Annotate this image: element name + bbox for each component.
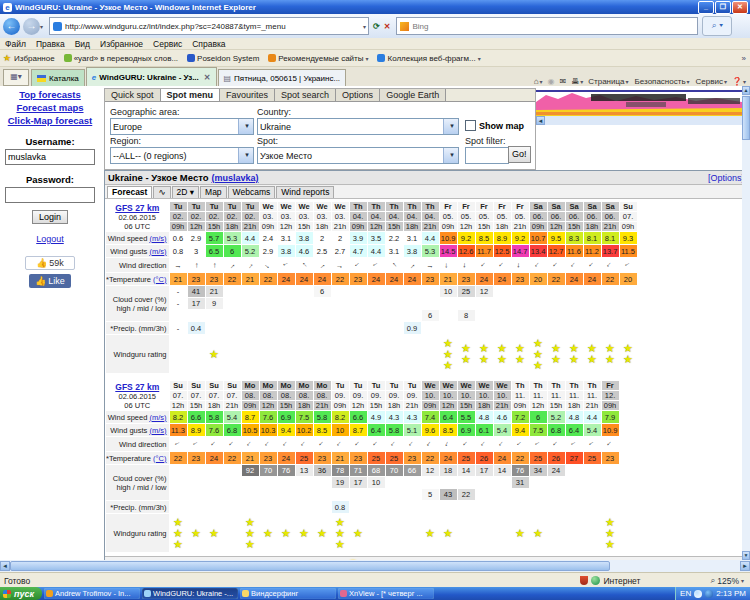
forecast-tab[interactable]: Wind reports (276, 186, 334, 198)
spot-tab[interactable]: Options (336, 89, 380, 101)
chevron-down-icon[interactable]: ▾ (365, 55, 368, 62)
stop-icon[interactable]: ✕ (384, 22, 391, 31)
model-link[interactable]: GFS 27 km (106, 382, 169, 392)
history-dropdown-icon[interactable]: ▾ (40, 23, 43, 30)
cloud-low-cell (350, 489, 367, 500)
password-input[interactable] (5, 187, 95, 203)
chevron-down-icon[interactable]: ▾ (478, 55, 481, 62)
print-icon[interactable]: 🖶▾ (571, 77, 583, 86)
browser-tab[interactable]: ▤Пятница, 050615 | Украинс... (218, 69, 347, 86)
vertical-scroll-thumb[interactable] (742, 96, 750, 140)
forecast-tab[interactable]: Forecast (107, 186, 152, 198)
favorites-star-icon[interactable]: ★ (3, 53, 11, 63)
speed-unit-link[interactable]: (m/s) (149, 413, 166, 422)
spot-tab[interactable]: Spot search (275, 89, 336, 101)
search-input[interactable]: Bing (396, 17, 698, 35)
taskbar-task[interactable]: WindGURU: Ukraine -... (142, 588, 238, 599)
spot-filter-input[interactable] (465, 147, 509, 164)
scroll-up-icon[interactable]: ▲ (742, 86, 750, 95)
help-icon[interactable]: ❓▾ (732, 77, 746, 86)
taskbar-task[interactable]: XnView - [* четверг ... (338, 588, 434, 599)
menu-item-Файл[interactable]: Файл (5, 39, 26, 49)
browser-tab[interactable]: eWindGURU: Ukraine - Уз...✕ (86, 67, 217, 86)
feeds-icon[interactable]: ◉ (548, 77, 555, 86)
favorites-label[interactable]: Избранное (14, 54, 55, 63)
menu-item-Правка[interactable]: Правка (36, 39, 65, 49)
horizontal-scrollbar[interactable]: ◄ ► (0, 560, 750, 572)
sidebar-link[interactable]: Top forecasts (0, 88, 100, 101)
spot-select[interactable]: Узкое Место▾ (257, 147, 459, 164)
search-magnifier-icon[interactable]: ⌕ ▾ (702, 16, 732, 36)
zoom-control[interactable]: ⌕ 125% ▾ (710, 575, 744, 586)
taskbar-task[interactable]: Виндсерфинг (240, 588, 336, 599)
country-select[interactable]: Ukraine▾ (257, 118, 459, 135)
temp-unit-link[interactable]: (°C) (153, 275, 166, 284)
favorites-item[interactable]: Poseidon System (187, 54, 259, 63)
forecast-tab[interactable]: ∿ (153, 186, 170, 198)
command-Безопасность[interactable]: Безопасность▾ (635, 77, 690, 86)
horizontal-scroll-thumb[interactable] (10, 561, 610, 571)
options-link[interactable]: [Options] (708, 173, 742, 183)
browser-tab[interactable]: Каталка (31, 69, 85, 86)
banner-hscrollbar[interactable]: ◄ (536, 116, 742, 125)
home-icon[interactable]: ⌂▾ (534, 77, 543, 86)
command-Сервис[interactable]: Сервис▾ (696, 77, 727, 86)
forecast-tab[interactable]: Webcams (228, 186, 276, 198)
cloud-low-cell (584, 310, 601, 321)
go-button[interactable]: Go! (508, 146, 531, 163)
menu-item-Избранное[interactable]: Избранное (100, 39, 143, 49)
user-link[interactable]: (muslavka) (212, 173, 259, 183)
logout-link[interactable]: Logout (0, 233, 100, 246)
spot-tab[interactable]: Google Earth (380, 89, 446, 101)
scroll-right-icon[interactable]: ► (740, 561, 750, 571)
maximize-button[interactable]: ❐ (715, 1, 731, 14)
geo-area-select[interactable]: Europe▾ (110, 118, 254, 135)
hide-icons-chevron-icon[interactable] (694, 590, 702, 598)
rating-cell: ★★ (548, 335, 565, 373)
facebook-like-button[interactable]: 👍 Like (29, 274, 71, 288)
show-map-checkbox[interactable]: Show map (465, 120, 524, 131)
back-button[interactable]: ← (3, 18, 20, 35)
scroll-down-icon[interactable]: ▼ (742, 551, 750, 560)
favorites-item[interactable]: Рекомендуемые сайты▾ (268, 54, 368, 63)
forward-button[interactable]: → (23, 18, 40, 35)
spot-tab[interactable]: Favourites (220, 89, 275, 101)
vertical-scrollbar[interactable]: ▲ ▼ (742, 86, 750, 560)
quick-tabs-icon[interactable]: ▦▾ (3, 69, 29, 86)
forecast-tab[interactable]: 2D ▾ (172, 186, 200, 198)
start-button[interactable]: пуск (0, 587, 42, 600)
overflow-chevron-icon[interactable]: » (742, 54, 746, 63)
menu-item-Сервис[interactable]: Сервис (153, 39, 182, 49)
favorites-item[interactable]: «yard» в переводных слов... (64, 54, 178, 63)
address-input[interactable]: http://www.windguru.cz/int/index.php?sc=… (49, 17, 369, 35)
banner-scroll-left-icon[interactable]: ◄ (536, 116, 545, 125)
scroll-left-icon[interactable]: ◄ (0, 561, 10, 571)
gusts-unit-link[interactable]: (m/s) (149, 247, 166, 256)
menu-item-Справка[interactable]: Справка (192, 39, 225, 49)
refresh-icon[interactable]: ⟳ (373, 22, 380, 31)
address-dropdown-icon[interactable]: ▾ (363, 23, 366, 30)
minimize-button[interactable]: _ (698, 1, 714, 14)
taskbar-task[interactable]: Andrew Trofimov - In... (44, 588, 140, 599)
wind-direction-cell: → (242, 437, 259, 451)
favorites-item[interactable]: Коллекция веб-фрагм...▾ (377, 54, 480, 63)
model-link[interactable]: GFS 27 km (106, 203, 169, 213)
forecast-tab[interactable]: Map (200, 186, 227, 198)
command-Страница[interactable]: Страница▾ (588, 77, 628, 86)
language-indicator[interactable]: EN (680, 589, 691, 598)
speed-unit-link[interactable]: (m/s) (149, 234, 166, 243)
spot-tab[interactable]: Spot menu (161, 89, 221, 101)
day-cell: Fr (458, 202, 475, 211)
login-button[interactable]: Login (32, 210, 68, 224)
close-button[interactable]: ✕ (732, 1, 748, 14)
tab-close-icon[interactable]: ✕ (204, 73, 211, 82)
region-select[interactable]: --ALL-- (0 regions)▾ (110, 147, 254, 164)
mail-icon[interactable]: ✉ (560, 77, 567, 86)
username-input[interactable] (5, 149, 95, 165)
temp-unit-link[interactable]: (°C) (153, 454, 166, 463)
sidebar-link[interactable]: Click-Map forecast (0, 114, 100, 127)
spot-tab[interactable]: Quick spot (105, 89, 161, 101)
gusts-unit-link[interactable]: (m/s) (149, 426, 166, 435)
sidebar-link[interactable]: Forecast maps (0, 101, 100, 114)
menu-item-Вид[interactable]: Вид (75, 39, 90, 49)
